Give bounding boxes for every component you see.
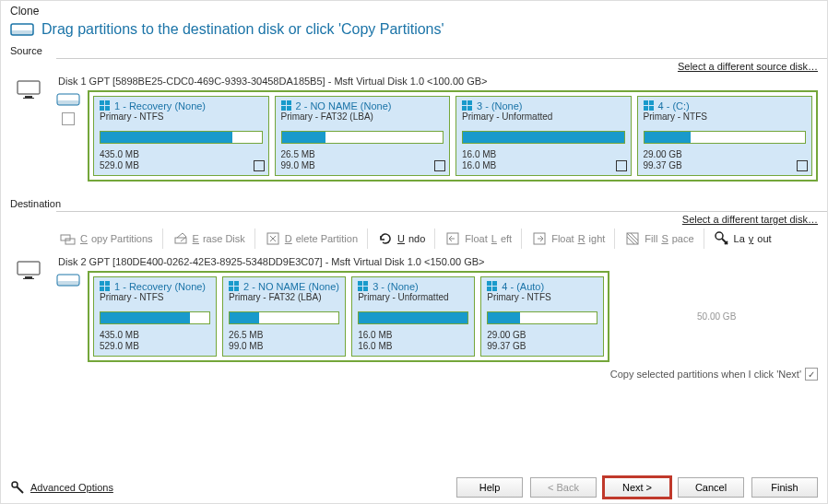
windows-icon — [358, 281, 369, 292]
svg-rect-11 — [281, 100, 286, 105]
layout-icon — [714, 230, 730, 247]
svg-rect-36 — [100, 281, 104, 286]
partition[interactable]: 3 - (None)Primary - Unformatted16.0 MB16… — [351, 276, 475, 357]
svg-rect-33 — [23, 278, 34, 279]
dest-disk-info: Disk 2 GPT [180DE400-0262-42E3-8925-5348… — [56, 254, 818, 271]
lock-icon — [616, 160, 627, 171]
erase-disk-button[interactable]: Erase Disk — [169, 229, 249, 249]
svg-rect-8 — [105, 100, 110, 105]
source-partitions[interactable]: 1 - Recovery (None)Primary - NTFS435.0 M… — [88, 90, 818, 182]
back-button: < Back — [530, 477, 597, 498]
svg-rect-22 — [649, 106, 654, 111]
float-right-button[interactable]: Float Right — [527, 229, 609, 249]
windows-icon — [281, 100, 292, 111]
lock-icon — [434, 160, 445, 171]
windows-icon — [462, 100, 473, 111]
next-button[interactable]: Next > — [604, 477, 670, 498]
svg-rect-50 — [487, 287, 491, 291]
svg-rect-40 — [229, 281, 233, 286]
partition[interactable]: 2 - NO NAME (None)Primary - FAT32 (LBA)2… — [222, 276, 346, 357]
svg-rect-39 — [105, 287, 110, 291]
dest-hdd-icon — [56, 273, 80, 287]
svg-rect-20 — [649, 100, 654, 105]
dest-partitions[interactable]: 1 - Recovery (None)Primary - NTFS435.0 M… — [88, 271, 609, 362]
svg-rect-37 — [105, 281, 110, 286]
svg-rect-2 — [18, 81, 40, 94]
float-right-icon — [531, 230, 548, 247]
partition[interactable]: 3 - (None)Primary - Unformatted16.0 MB16… — [455, 96, 632, 176]
wrench-icon — [10, 480, 25, 495]
instruction-text: Drag partitions to the destination disk … — [41, 21, 444, 38]
destination-label: Destination — [1, 196, 827, 211]
svg-rect-31 — [18, 262, 40, 275]
svg-rect-18 — [467, 106, 472, 111]
finish-button[interactable]: Finish — [751, 477, 818, 498]
float-left-button[interactable]: Float Left — [441, 229, 515, 249]
svg-rect-51 — [492, 287, 497, 291]
windows-icon — [487, 281, 498, 292]
svg-rect-48 — [487, 281, 491, 286]
svg-rect-46 — [358, 287, 362, 291]
copy-on-next-label: Copy selected partitions when I click 'N… — [610, 369, 801, 380]
svg-rect-35 — [57, 281, 79, 286]
fill-space-button[interactable]: Fill Space — [621, 229, 697, 249]
svg-rect-3 — [25, 96, 32, 98]
svg-rect-43 — [234, 287, 239, 291]
source-label: Source — [1, 43, 827, 58]
svg-rect-13 — [281, 106, 286, 111]
svg-rect-44 — [358, 281, 362, 286]
svg-rect-47 — [363, 287, 368, 291]
advanced-options-link[interactable]: Advanced Options — [10, 480, 113, 495]
delete-icon — [265, 230, 281, 247]
partition[interactable]: 4 - (C:)Primary - NTFS29.00 GB99.37 GB — [637, 96, 813, 176]
svg-rect-15 — [462, 100, 467, 105]
copy-on-next-checkbox[interactable]: ✓ — [805, 368, 818, 381]
svg-rect-1 — [11, 30, 33, 35]
layout-button[interactable]: Layout — [710, 229, 775, 249]
svg-rect-38 — [100, 287, 104, 291]
svg-rect-17 — [462, 106, 467, 111]
svg-rect-16 — [467, 100, 472, 105]
svg-rect-14 — [287, 106, 291, 111]
lock-icon — [254, 160, 265, 171]
svg-rect-7 — [100, 100, 104, 105]
svg-rect-10 — [105, 106, 110, 111]
svg-rect-45 — [363, 281, 368, 286]
source-select-checkbox[interactable] — [62, 112, 75, 125]
select-target-link[interactable]: Select a different target disk… — [682, 214, 818, 225]
windows-icon — [100, 281, 111, 292]
svg-rect-41 — [234, 281, 239, 286]
svg-rect-49 — [492, 281, 497, 286]
svg-rect-6 — [57, 100, 79, 105]
svg-rect-4 — [23, 98, 34, 99]
partition[interactable]: 1 - Recovery (None)Primary - NTFS435.0 M… — [93, 276, 217, 357]
free-space[interactable]: 50.00 GB — [615, 271, 818, 362]
cancel-button[interactable]: Cancel — [678, 477, 744, 498]
hdd-icon — [10, 21, 34, 38]
copy-icon — [60, 230, 77, 247]
windows-icon — [229, 281, 240, 292]
svg-point-30 — [716, 232, 723, 240]
windows-icon — [100, 100, 111, 111]
svg-rect-9 — [100, 106, 104, 111]
partition[interactable]: 4 - (Auto)Primary - NTFS29.00 GB99.37 GB — [480, 276, 604, 357]
svg-rect-32 — [25, 276, 32, 278]
monitor-icon — [16, 79, 41, 101]
source-hdd-icon — [56, 92, 80, 107]
partition[interactable]: 1 - Recovery (None)Primary - NTFS435.0 M… — [93, 96, 269, 176]
float-left-icon — [444, 230, 461, 247]
fill-icon — [624, 230, 641, 247]
delete-partition-button[interactable]: Delete Partition — [261, 229, 361, 249]
windows-icon — [644, 100, 655, 111]
undo-button[interactable]: Undo — [373, 229, 429, 249]
select-source-link[interactable]: Select a different source disk… — [678, 61, 818, 72]
undo-icon — [377, 230, 394, 247]
erase-icon — [172, 230, 189, 247]
svg-rect-19 — [644, 100, 648, 105]
copy-partitions-button[interactable]: Copy Partitions — [56, 229, 157, 249]
svg-rect-42 — [229, 287, 233, 291]
help-button[interactable]: Help — [456, 477, 523, 498]
svg-rect-12 — [287, 100, 291, 105]
partition[interactable]: 2 - NO NAME (None)Primary - FAT32 (LBA)2… — [275, 96, 451, 176]
lock-icon — [797, 160, 808, 171]
